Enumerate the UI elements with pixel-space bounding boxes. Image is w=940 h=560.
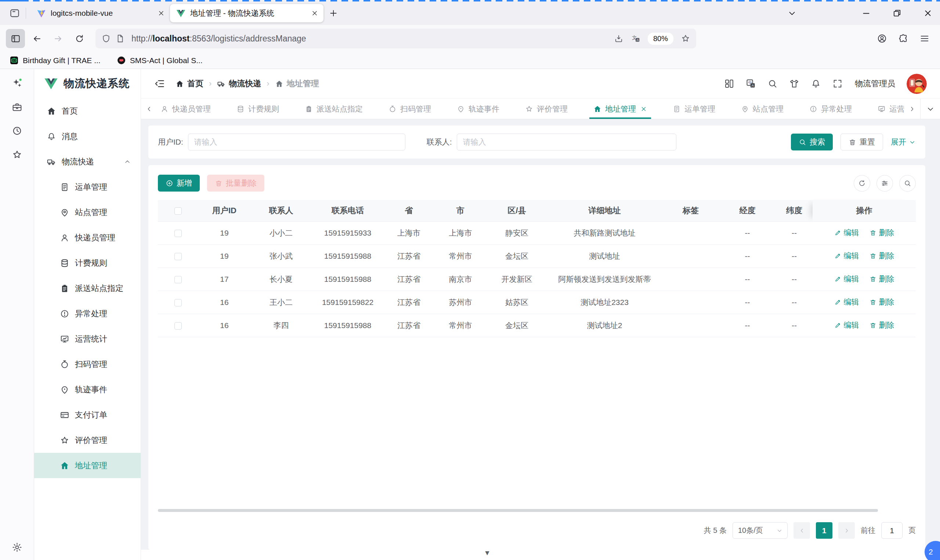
reload-button[interactable] — [70, 29, 89, 48]
gear-icon[interactable] — [12, 542, 22, 553]
forward-button[interactable] — [48, 29, 68, 48]
edit-link[interactable]: 编辑 — [834, 251, 859, 261]
row-checkbox[interactable] — [174, 276, 182, 283]
delete-link[interactable]: 删除 — [869, 251, 894, 261]
search-button[interactable]: 搜索 — [791, 134, 833, 151]
user-avatar[interactable] — [906, 74, 927, 94]
download-icon[interactable] — [614, 34, 624, 43]
horizontal-scrollbar[interactable] — [158, 509, 916, 512]
sidebar-item[interactable]: 首页 — [34, 98, 141, 124]
goto-page-input[interactable] — [881, 522, 903, 539]
column-settings-button[interactable] — [877, 175, 893, 192]
row-checkbox[interactable] — [174, 253, 182, 260]
sidebar-toggle-button[interactable] — [6, 29, 25, 48]
zoom-indicator[interactable]: 80% — [648, 33, 673, 45]
edit-link[interactable]: 编辑 — [834, 320, 859, 330]
row-checkbox[interactable] — [174, 299, 182, 306]
row-checkbox[interactable] — [174, 230, 182, 237]
new-tab-button[interactable] — [329, 8, 338, 18]
bookmark-item[interactable]: Birthday Gift | TRAE ... — [9, 56, 101, 65]
fullscreen-icon[interactable] — [832, 78, 843, 89]
delete-link[interactable]: 删除 — [869, 320, 894, 330]
page-tab[interactable]: 异常处理 — [797, 99, 865, 119]
page-tab[interactable]: 地址管理 — [581, 99, 660, 119]
sidebar-item[interactable]: 运营统计 — [34, 326, 141, 352]
window-close-button[interactable] — [923, 8, 933, 18]
tabs-scroll-right[interactable] — [904, 99, 920, 119]
sidebar-item[interactable]: 消息 — [34, 124, 141, 149]
search-icon[interactable] — [767, 78, 778, 89]
page-info-icon[interactable] — [115, 34, 125, 43]
page-tab[interactable]: 站点管理 — [728, 99, 797, 119]
page-tab[interactable]: 计费规则 — [223, 99, 292, 119]
row-checkbox[interactable] — [174, 322, 182, 329]
sidebar-item[interactable]: 快递员管理 — [34, 225, 141, 250]
contact-input[interactable] — [457, 134, 676, 151]
toolbox-icon[interactable] — [12, 102, 22, 112]
sidebar-item[interactable]: 站点管理 — [34, 200, 141, 225]
select-all-checkbox[interactable] — [174, 207, 182, 215]
delete-link[interactable]: 删除 — [869, 297, 894, 307]
sidebar-item[interactable]: 地址管理 — [34, 453, 141, 478]
sidebar-item[interactable]: 支付订单 — [34, 402, 141, 428]
edit-link[interactable]: 编辑 — [834, 228, 859, 238]
page-tab[interactable]: 派送站点指定 — [292, 99, 376, 119]
current-page-button[interactable]: 1 — [816, 522, 832, 539]
tabs-dropdown[interactable] — [920, 99, 940, 119]
sidebar-item[interactable]: 运单管理 — [34, 174, 141, 200]
scroll-down-indicator[interactable]: ▼ — [481, 549, 494, 557]
prev-page-button[interactable] — [794, 522, 810, 539]
next-page-button[interactable] — [838, 522, 855, 539]
expand-link[interactable]: 展开 — [891, 137, 916, 147]
edit-link[interactable]: 编辑 — [834, 274, 859, 284]
shield-icon[interactable] — [101, 34, 111, 43]
breadcrumb-item[interactable]: 首页 — [176, 78, 203, 89]
edit-link[interactable]: 编辑 — [834, 297, 859, 307]
back-button[interactable] — [27, 29, 46, 48]
bookmark-star-icon[interactable] — [681, 34, 690, 43]
maximize-button[interactable] — [892, 8, 902, 18]
sidebar-item[interactable]: 评价管理 — [34, 428, 141, 453]
collapse-sidebar-icon[interactable] — [154, 78, 165, 89]
sidebar-item[interactable]: 扫码管理 — [34, 352, 141, 377]
star-icon[interactable] — [12, 149, 22, 160]
language-icon[interactable]: 中A — [746, 78, 756, 89]
refresh-button[interactable] — [854, 175, 870, 192]
page-tab[interactable]: 轨迹事件 — [444, 99, 512, 119]
minimize-button[interactable] — [861, 8, 871, 18]
translate-icon[interactable]: 文A — [631, 34, 640, 43]
sidebar-item[interactable]: 派送站点指定 — [34, 275, 141, 301]
url-bar[interactable]: http://localhost:8563/logistics/addressM… — [96, 29, 696, 48]
vertical-tabs-icon[interactable] — [7, 5, 23, 21]
batch-delete-button[interactable]: 批量删除 — [207, 175, 264, 192]
app-menu-icon[interactable] — [920, 33, 930, 44]
sidebar-item[interactable]: 计费规则 — [34, 250, 141, 275]
theme-icon[interactable] — [789, 78, 799, 89]
browser-tab-1[interactable]: logitcs-mobile-vue — [31, 4, 170, 22]
sidebar-item[interactable]: 物流快递 — [34, 149, 141, 174]
add-button[interactable]: 新增 — [158, 175, 200, 192]
user-name[interactable]: 物流管理员 — [855, 78, 895, 89]
browser-tab-2-active[interactable]: 地址管理 - 物流快递系统 — [170, 4, 324, 22]
sparkle-icon[interactable] — [12, 78, 22, 88]
page-tab[interactable]: 运营统计 — [865, 99, 904, 119]
clock-icon[interactable] — [12, 126, 22, 136]
reset-button[interactable]: 重置 — [840, 134, 883, 151]
extensions-icon[interactable] — [898, 33, 908, 44]
delete-link[interactable]: 删除 — [869, 274, 894, 284]
delete-link[interactable]: 删除 — [869, 228, 894, 238]
layout-grid-icon[interactable] — [724, 78, 734, 89]
tabs-scroll-left[interactable] — [141, 99, 157, 119]
close-icon[interactable] — [157, 9, 165, 17]
breadcrumb-item[interactable]: 物流快递 — [217, 78, 261, 89]
sidebar-item[interactable]: 异常处理 — [34, 301, 141, 326]
page-tab[interactable]: 运单管理 — [660, 99, 728, 119]
bookmark-item[interactable]: SMS-Act | Global S... — [117, 56, 203, 65]
page-tab[interactable]: 评价管理 — [512, 99, 581, 119]
list-tabs-icon[interactable] — [787, 8, 797, 18]
user-id-input[interactable] — [188, 134, 405, 151]
close-icon[interactable] — [311, 9, 318, 17]
page-tab[interactable]: 快递员管理 — [157, 99, 223, 119]
table-search-button[interactable] — [899, 175, 916, 192]
page-tab[interactable]: 扫码管理 — [376, 99, 444, 119]
